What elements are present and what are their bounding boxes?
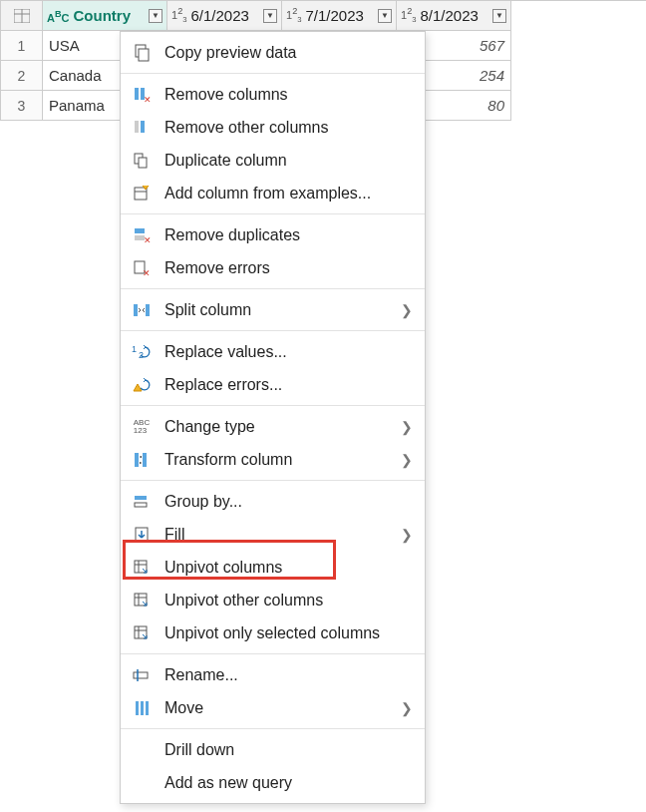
menu-label: Replace values... xyxy=(164,343,413,361)
row-number[interactable]: 2 xyxy=(1,61,43,91)
menu-label: Unpivot only selected columns xyxy=(164,624,413,642)
menu-label: Add column from examples... xyxy=(164,185,413,203)
filter-dropdown-button[interactable]: ▼ xyxy=(492,9,506,23)
menu-remove-other-columns[interactable]: Remove other columns xyxy=(121,111,425,144)
menu-label: Remove duplicates xyxy=(164,226,413,244)
unpivot-columns-icon xyxy=(131,557,153,579)
svg-rect-23 xyxy=(135,453,139,467)
svg-text:✕: ✕ xyxy=(144,235,151,244)
menu-add-as-new-query[interactable]: Add as new query xyxy=(121,766,425,799)
menu-label: Fill xyxy=(164,526,401,544)
menu-label: Remove other columns xyxy=(164,119,413,137)
filter-dropdown-button[interactable]: ▼ xyxy=(378,9,392,23)
menu-duplicate-column[interactable]: Duplicate column xyxy=(121,144,425,177)
menu-transform-column[interactable]: Transform column ❯ xyxy=(121,443,425,476)
menu-label: Unpivot other columns xyxy=(164,592,413,609)
replace-errors-icon xyxy=(131,374,153,396)
menu-remove-errors[interactable]: ✕ Remove errors xyxy=(121,251,425,284)
svg-rect-39 xyxy=(136,701,139,715)
svg-rect-40 xyxy=(141,701,144,715)
menu-label: Split column xyxy=(164,301,401,319)
type-text-icon: ABC xyxy=(47,1,70,31)
duplicate-icon xyxy=(131,150,153,172)
chevron-right-icon: ❯ xyxy=(401,452,413,468)
menu-label: Move xyxy=(164,699,401,717)
menu-move[interactable]: Move ❯ xyxy=(121,691,425,724)
svg-text:1: 1 xyxy=(132,344,137,354)
svg-text:✕: ✕ xyxy=(144,95,151,104)
menu-change-type[interactable]: ABC123 Change type ❯ xyxy=(121,410,425,443)
menu-rename[interactable]: Rename... xyxy=(121,658,425,691)
row-number[interactable]: 3 xyxy=(1,91,43,121)
remove-duplicates-icon: ✕ xyxy=(131,224,153,246)
menu-label: Group by... xyxy=(164,493,413,511)
menu-label: Add as new query xyxy=(164,774,413,792)
menu-group-by[interactable]: Group by... xyxy=(121,485,425,518)
group-by-icon xyxy=(131,491,153,513)
column-context-menu: Copy preview data ✕ Remove columns Remov… xyxy=(120,31,426,804)
remove-columns-icon: ✕ xyxy=(131,84,153,106)
menu-replace-values[interactable]: 12 Replace values... xyxy=(121,335,425,368)
rename-icon xyxy=(131,664,153,686)
menu-unpivot-only-selected-columns[interactable]: Unpivot only selected columns xyxy=(121,616,425,649)
svg-rect-12 xyxy=(135,188,147,200)
svg-rect-5 xyxy=(135,88,139,100)
column-header-country[interactable]: ABC Country ▼ xyxy=(43,1,167,31)
replace-values-icon: 12 xyxy=(131,341,153,363)
chevron-right-icon: ❯ xyxy=(401,527,413,543)
svg-rect-8 xyxy=(135,121,139,133)
menu-drill-down[interactable]: Drill down xyxy=(121,733,425,766)
svg-rect-19 xyxy=(134,304,138,316)
svg-rect-20 xyxy=(146,304,150,316)
row-number[interactable]: 1 xyxy=(1,31,43,61)
svg-rect-9 xyxy=(141,121,145,133)
menu-remove-duplicates[interactable]: ✕ Remove duplicates xyxy=(121,218,425,251)
menu-label: Remove columns xyxy=(164,86,413,104)
menu-unpivot-columns[interactable]: Unpivot columns xyxy=(121,551,425,584)
menu-fill[interactable]: Fill ❯ xyxy=(121,518,425,551)
svg-rect-4 xyxy=(139,49,149,61)
svg-rect-24 xyxy=(143,453,147,467)
svg-text:✕: ✕ xyxy=(143,268,151,277)
svg-rect-11 xyxy=(139,158,147,168)
menu-label: Transform column xyxy=(164,451,401,469)
move-icon xyxy=(131,697,153,719)
menu-label: Rename... xyxy=(164,666,413,684)
type-number-icon: 123 xyxy=(286,1,302,31)
table-icon xyxy=(14,9,30,23)
menu-separator xyxy=(121,405,425,406)
split-column-icon xyxy=(131,299,153,321)
menu-separator xyxy=(121,288,425,289)
column-header-date-3[interactable]: 123 8/1/2023 ▼ xyxy=(397,1,511,31)
column-header-date-2[interactable]: 123 7/1/2023 ▼ xyxy=(282,1,397,31)
menu-add-column-from-examples[interactable]: Add column from examples... xyxy=(121,177,425,209)
type-number-icon: 123 xyxy=(171,1,187,31)
column-header-label: 6/1/2023 xyxy=(191,1,260,31)
menu-label: Remove errors xyxy=(164,259,413,277)
menu-separator xyxy=(121,480,425,481)
change-type-icon: ABC123 xyxy=(131,416,153,438)
filter-dropdown-button[interactable]: ▼ xyxy=(263,9,277,23)
menu-separator xyxy=(121,653,425,654)
fill-icon xyxy=(131,524,153,546)
table-corner[interactable] xyxy=(1,1,43,31)
svg-rect-14 xyxy=(135,228,145,233)
menu-remove-columns[interactable]: ✕ Remove columns xyxy=(121,78,425,111)
column-header-date-1[interactable]: 123 6/1/2023 ▼ xyxy=(167,1,282,31)
blank-icon xyxy=(131,772,153,794)
menu-separator xyxy=(121,73,425,74)
menu-copy-preview-data[interactable]: Copy preview data xyxy=(121,36,425,69)
menu-separator xyxy=(121,728,425,729)
unpivot-selected-columns-icon xyxy=(131,622,153,644)
menu-replace-errors[interactable]: Replace errors... xyxy=(121,368,425,401)
column-header-label: 7/1/2023 xyxy=(306,1,375,31)
menu-label: Unpivot columns xyxy=(164,559,413,577)
menu-label: Change type xyxy=(164,418,401,436)
menu-unpivot-other-columns[interactable]: Unpivot other columns xyxy=(121,584,425,616)
svg-rect-25 xyxy=(135,496,147,500)
filter-dropdown-button[interactable]: ▼ xyxy=(149,9,162,23)
menu-separator xyxy=(121,213,425,214)
remove-other-columns-icon xyxy=(131,117,153,139)
svg-rect-26 xyxy=(135,503,147,507)
menu-split-column[interactable]: Split column ❯ xyxy=(121,293,425,326)
